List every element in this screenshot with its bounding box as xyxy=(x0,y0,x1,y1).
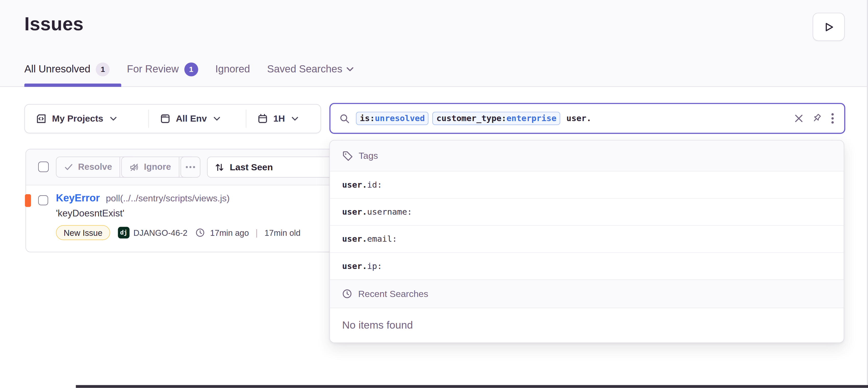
issue-tabs: All Unresolved 1 For Review 1 Ignored Sa… xyxy=(24,59,371,79)
tab-for-review-label: For Review xyxy=(127,63,179,75)
tags-section-label: Tags xyxy=(359,151,378,161)
search-token-key: is: xyxy=(360,114,375,123)
select-all-checkbox[interactable] xyxy=(38,162,49,172)
ignore-button[interactable]: Ignore xyxy=(122,157,179,177)
issue-level-indicator xyxy=(25,194,31,207)
search-token-status[interactable]: is:unresolved xyxy=(356,112,429,125)
search-suggestions-dropdown: Tags user.id: user.username: user.email:… xyxy=(329,140,844,343)
tab-all-unresolved-count: 1 xyxy=(96,62,110,76)
calendar-icon xyxy=(257,114,268,124)
search-token-customer-type[interactable]: customer_type:enterprise xyxy=(433,112,560,125)
environment-filter-button[interactable]: All Env xyxy=(149,104,246,133)
tag-suggestion-user-username[interactable]: user.username: xyxy=(330,199,843,226)
tag-icon xyxy=(342,151,352,161)
tab-all-unresolved[interactable]: All Unresolved 1 xyxy=(24,62,110,76)
tab-for-review[interactable]: For Review 1 xyxy=(127,62,198,76)
search-actions xyxy=(794,113,835,124)
tag-suggestion-user-id[interactable]: user.id: xyxy=(330,171,843,199)
project-slug[interactable]: DJANGO-46-2 xyxy=(133,228,187,237)
tag-rest-text: username: xyxy=(367,207,412,217)
search-query-text[interactable]: user. xyxy=(566,114,591,123)
issues-page: Issues All Unresolved 1 For Review 1 Ign… xyxy=(0,0,868,388)
no-items-found-message: No items found xyxy=(330,308,843,343)
date-range-filter-label: 1H xyxy=(273,114,285,124)
meta-separator: | xyxy=(255,228,258,237)
page-filter-bar: My Projects All Env 1H xyxy=(24,104,321,133)
active-tab-underline xyxy=(24,84,121,87)
tag-rest-text: email: xyxy=(367,234,397,244)
tag-match-text: user. xyxy=(342,180,367,190)
tags-section-header: Tags xyxy=(330,140,843,171)
clock-icon xyxy=(342,289,352,299)
tag-match-text: user. xyxy=(342,261,367,271)
environment-filter-label: All Env xyxy=(176,114,207,124)
chevron-down-icon xyxy=(110,117,117,121)
project-filter-button[interactable]: My Projects xyxy=(25,104,148,133)
tag-rest-text: id: xyxy=(367,180,382,190)
tag-match-text: user. xyxy=(342,234,367,244)
chevron-down-icon xyxy=(347,67,354,72)
new-issue-badge: New Issue xyxy=(56,225,110,240)
recent-searches-section-header: Recent Searches xyxy=(330,280,843,308)
check-icon xyxy=(64,163,73,171)
resolve-button-label: Resolve xyxy=(78,162,112,172)
recent-searches-label: Recent Searches xyxy=(358,289,428,299)
resolve-button[interactable]: Resolve xyxy=(56,157,120,177)
clock-icon xyxy=(195,228,205,237)
play-icon xyxy=(823,22,834,32)
issue-title-link[interactable]: KeyError xyxy=(56,192,100,204)
page-title: Issues xyxy=(24,13,84,35)
mute-icon xyxy=(130,162,139,172)
sort-by-label: Last Seen xyxy=(230,162,273,172)
search-token-value: unresolved xyxy=(375,114,425,123)
search-icon xyxy=(339,113,350,124)
issue-culprit: poll(../../sentry/scripts/views.js) xyxy=(106,193,230,203)
issue-last-seen: 17min ago xyxy=(210,228,249,237)
project-icon xyxy=(36,114,46,124)
ellipsis-icon xyxy=(185,165,195,169)
tag-suggestion-user-email[interactable]: user.email: xyxy=(330,226,843,253)
issue-checkbox[interactable] xyxy=(38,195,48,205)
tag-suggestion-user-ip[interactable]: user.ip: xyxy=(330,253,843,280)
chevron-down-icon xyxy=(291,117,298,121)
tab-saved-searches-label: Saved Searches xyxy=(267,63,342,75)
date-range-filter-button[interactable]: 1H xyxy=(246,104,320,133)
sort-arrows-icon xyxy=(215,162,224,172)
search-token-key: customer_type: xyxy=(436,114,506,123)
tab-ignored-label: Ignored xyxy=(215,63,250,75)
tab-saved-searches[interactable]: Saved Searches xyxy=(267,63,354,75)
chevron-down-icon xyxy=(214,117,220,121)
clear-search-icon[interactable] xyxy=(794,114,803,123)
issue-age: 17min old xyxy=(265,228,301,237)
replay-play-button[interactable] xyxy=(813,13,845,41)
tab-all-unresolved-label: All Unresolved xyxy=(24,63,90,75)
issue-search-input[interactable]: is:unresolved customer_type:enterprise u… xyxy=(329,103,845,134)
project-filter-label: My Projects xyxy=(52,114,103,124)
django-project-icon: dj xyxy=(118,227,130,238)
below-fold-dark-edge xyxy=(76,385,868,388)
ignore-button-label: Ignore xyxy=(144,162,171,172)
more-actions-button[interactable] xyxy=(181,157,200,177)
pin-search-icon[interactable] xyxy=(812,114,822,123)
tag-rest-text: ip: xyxy=(367,261,382,271)
environment-icon xyxy=(160,114,170,124)
tab-ignored[interactable]: Ignored xyxy=(215,63,250,75)
page-header: Issues All Unresolved 1 For Review 1 Ign… xyxy=(0,0,868,87)
tab-for-review-count: 1 xyxy=(184,62,198,76)
search-token-value: enterprise xyxy=(506,114,556,123)
tag-match-text: user. xyxy=(342,207,367,217)
window-right-edge xyxy=(867,0,868,388)
search-menu-kebab-icon[interactable] xyxy=(831,113,834,124)
sort-by-button[interactable]: Last Seen xyxy=(207,157,339,177)
